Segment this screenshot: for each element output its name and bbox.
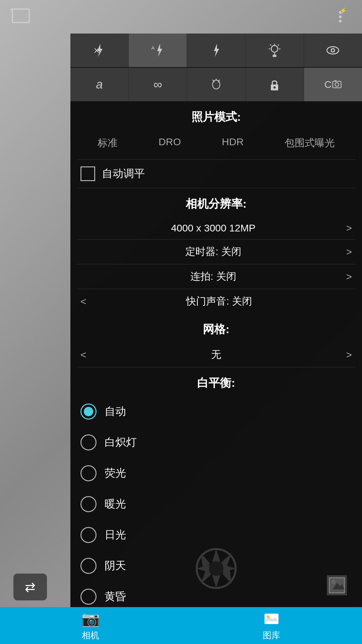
wb-daylight-label: 日光 [105, 528, 126, 542]
grid-right-arrow-icon[interactable]: > [346, 349, 352, 361]
scene-c-icon: C [324, 79, 332, 90]
scene-infinity-button[interactable]: ∞ [129, 68, 187, 101]
timer-row[interactable]: 定时器: 关闭 > [70, 239, 362, 264]
auto-level-label: 自动调平 [102, 166, 145, 181]
lightning-badge-icon: ⚡ [340, 7, 347, 14]
wb-incandescent-row[interactable]: 白炽灯 [70, 427, 362, 458]
svg-point-16 [332, 49, 334, 52]
timer-arrow-icon[interactable]: > [346, 246, 352, 258]
fill-light-icon [267, 43, 282, 58]
wb-fluorescent-radio[interactable] [80, 465, 97, 481]
tab-bracket[interactable]: 包围式曝光 [281, 133, 338, 153]
top-toolbar: ✦ ⚡ [0, 0, 362, 34]
wb-fluorescent-label: 荧光 [105, 466, 126, 481]
grid-title: 网格: [70, 314, 362, 342]
wb-cloudy-label: 阴天 [105, 558, 126, 573]
thumbnail-preview-icon [328, 577, 345, 594]
scene-c-button[interactable]: C [304, 68, 362, 101]
flash-on-icon [209, 43, 224, 58]
flash-on-button[interactable] [187, 34, 245, 67]
svg-point-29 [266, 615, 269, 618]
grid-value: 无 [86, 348, 346, 362]
burst-label: 连拍: 关闭 [80, 270, 346, 283]
eye-mode-icon [325, 43, 340, 58]
shutter-row[interactable]: < 快门声音: 关闭 [70, 289, 362, 314]
scene-a-button[interactable]: a [70, 68, 129, 101]
svg-line-13 [278, 44, 279, 45]
flash-auto-icon: A [150, 43, 165, 58]
flip-camera-icon: ⇄ [25, 580, 36, 594]
aperture-icon [193, 545, 240, 592]
flip-camera-button[interactable]: ⇄ [13, 574, 47, 600]
svg-rect-7 [273, 55, 277, 56]
grid-left-arrow-icon[interactable]: < [80, 349, 86, 361]
resolution-arrow-icon[interactable]: > [346, 222, 352, 234]
svg-marker-3 [157, 44, 162, 57]
wb-title: 白平衡: [70, 367, 362, 396]
wb-auto-row[interactable]: 自动 [70, 396, 362, 427]
nav-camera[interactable]: 📷 相机 [0, 607, 181, 644]
wb-warm-label: 暖光 [105, 497, 126, 512]
wb-auto-radio[interactable] [80, 404, 97, 420]
shutter-left-arrow-icon[interactable]: < [80, 296, 86, 307]
photo-mode-title: 照片模式: [70, 101, 362, 130]
scene-macro-button[interactable] [187, 68, 245, 101]
gallery-nav-label: 图库 [263, 630, 280, 641]
wb-dusk-radio[interactable] [80, 589, 97, 605]
svg-marker-4 [214, 44, 219, 57]
svg-rect-21 [335, 80, 337, 82]
wb-auto-label: 自动 [105, 404, 126, 419]
photo-mode-tabs: 标准 DRO HDR 包围式曝光 [70, 130, 362, 159]
settings-panel: × A [70, 34, 362, 607]
nav-gallery[interactable]: 图库 [181, 607, 362, 644]
svg-point-18 [274, 87, 276, 89]
wb-incandescent-label: 白炽灯 [105, 435, 137, 450]
more-dot-3 [339, 20, 342, 22]
wb-dusk-label: 黄昏 [105, 589, 126, 604]
tab-hdr[interactable]: HDR [219, 133, 247, 153]
svg-point-20 [335, 83, 339, 86]
scene-lock-icon [267, 77, 282, 92]
enhance-star-icon: ✦ [9, 6, 15, 14]
flash-off-icon: × [92, 43, 107, 58]
scene-infinity-icon: ∞ [154, 77, 162, 92]
wb-warm-radio[interactable] [80, 496, 97, 512]
tab-dro[interactable]: DRO [155, 133, 184, 153]
svg-text:A: A [151, 45, 155, 51]
scene-row: a ∞ C [70, 68, 362, 101]
eye-mode-button[interactable] [304, 34, 362, 67]
wb-incandescent-radio[interactable] [80, 434, 97, 450]
scene-camera-icon [332, 80, 342, 89]
capture-area [322, 574, 352, 597]
resolution-row[interactable]: 4000 x 3000 12MP > [70, 217, 362, 239]
burst-row[interactable]: 连拍: 关闭 > [70, 264, 362, 289]
enhance-button[interactable]: ✦ [10, 5, 34, 29]
scene-lock-button[interactable] [246, 68, 304, 101]
gallery-nav-icon [263, 610, 280, 628]
auto-level-row[interactable]: 自动调平 [70, 160, 362, 188]
auto-level-checkbox[interactable] [80, 166, 95, 181]
wb-fluorescent-row[interactable]: 荧光 [70, 458, 362, 489]
thumbnail-icon[interactable] [327, 575, 347, 595]
shutter-label: 快门声音: 关闭 [86, 294, 352, 308]
flash-row: × A [70, 34, 362, 67]
tab-standard[interactable]: 标准 [94, 133, 121, 153]
svg-point-23 [209, 561, 224, 576]
scene-a-icon: a [96, 77, 103, 92]
resolution-value: 4000 x 3000 12MP [80, 222, 346, 234]
svg-point-26 [331, 580, 336, 584]
camera-nav-icon: 📷 [81, 610, 100, 628]
wb-warm-row[interactable]: 暖光 [70, 489, 362, 520]
flash-off-button[interactable]: × [70, 34, 129, 67]
more-button[interactable]: ⚡ [328, 5, 352, 29]
wb-daylight-radio[interactable] [80, 527, 97, 543]
bottom-nav: 📷 相机 图库 [0, 607, 362, 644]
fill-light-button[interactable] [246, 34, 304, 67]
flash-auto-button[interactable]: A [129, 34, 187, 67]
wb-cloudy-radio[interactable] [80, 558, 97, 574]
svg-line-12 [270, 44, 271, 45]
grid-row[interactable]: < 无 > [70, 342, 362, 367]
more-dot-2 [339, 15, 342, 18]
burst-arrow-icon[interactable]: > [346, 271, 352, 282]
svg-rect-19 [333, 81, 341, 88]
